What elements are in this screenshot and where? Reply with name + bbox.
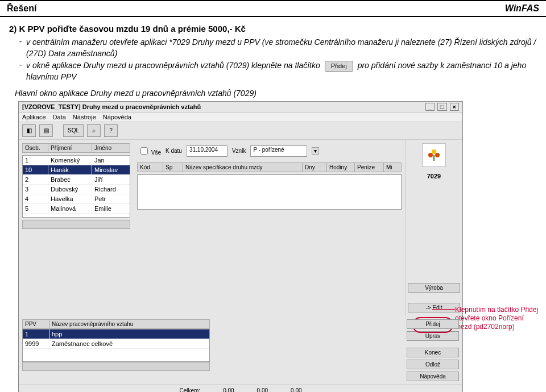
table-row: 2BrabecJiří — [23, 175, 130, 185]
menubar[interactable]: Aplikace Data Nástroje Nápověda — [19, 112, 462, 122]
employees-grid[interactable]: 1KomenskýJan 10HanákMiroslav 2BrabecJiří… — [22, 155, 130, 218]
col-ppv: PPV — [23, 320, 49, 328]
filter-vse-checkbox[interactable] — [140, 147, 148, 155]
menu-data[interactable]: Data — [53, 114, 66, 120]
col-kod: Kód — [138, 163, 163, 172]
toolbar: ◧ ▤ SQL ⌕ ? — [19, 122, 462, 140]
footer-bar: Celkem: 0,00 0,00 0,00 — [19, 385, 462, 392]
uprav-button[interactable]: Uprav — [407, 331, 459, 341]
svg-point-2 — [435, 153, 440, 157]
filter-vznik-select[interactable]: P - pořízené — [250, 145, 307, 157]
col-sp: Sp — [163, 163, 183, 172]
titlebar: [VZOROVE_TESTY] Druhy mezd u pracovněprá… — [19, 102, 462, 112]
spec-pane: Vše K datu 31.10.2004 Vznik P - pořízené… — [134, 140, 405, 316]
napoveda-button[interactable]: Nápověda — [407, 372, 459, 381]
filter-row: Vše K datu 31.10.2004 Vznik P - pořízené… — [137, 143, 402, 159]
col-ppv-name: Název pracovněprávního vztahu — [49, 320, 209, 328]
table-row: 9999Zaměstnanec celkově — [23, 339, 209, 349]
right-pane: 7029 Výroba -> Edit — [405, 140, 462, 316]
bullet-dash: - — [15, 37, 26, 46]
col-jmeno: Jméno — [92, 144, 130, 152]
col-mi: Mi — [384, 163, 401, 172]
menu-nastroje[interactable]: Nástroje — [73, 114, 96, 120]
header-left: Řešení — [7, 3, 36, 14]
section-heading: 2) K PPV pořiďte časovou mzdu 19 dnů a p… — [9, 24, 537, 34]
dropdown-arrow-icon[interactable]: ▾ — [312, 147, 319, 155]
footer-v2: 0,00 — [257, 387, 268, 392]
konec-button[interactable]: Konec — [407, 348, 459, 357]
ppv-left: PPV Název pracovněprávního vztahu 1hpp 9… — [22, 319, 210, 381]
pridej-button[interactable]: Přidej — [407, 319, 459, 329]
edit-button[interactable]: -> Edit — [408, 303, 460, 312]
callout-text: Klepnutím na tlačítko Přidej otevřete ok… — [455, 306, 540, 331]
col-nazev: Název specifikace druhu mzdy — [183, 163, 303, 172]
window-title: [VZOROVE_TESTY] Druhy mezd u pracovněprá… — [22, 103, 201, 110]
table-row-selected: 10HanákMiroslav — [23, 165, 130, 175]
callout-line — [432, 309, 455, 310]
col-dny: Dny — [303, 163, 327, 172]
bullet-dash: - — [15, 60, 26, 69]
table-row: 4HavelkaPetr — [23, 194, 130, 204]
ppv-hscroll[interactable] — [22, 362, 210, 371]
work-area: Osob. Příjmení Jméno 1KomenskýJan 10Haná… — [19, 140, 462, 316]
ppv-buttons: Přidej Uprav Konec Odlož Nápověda — [407, 319, 459, 381]
menu-napoveda[interactable]: Nápověda — [103, 114, 131, 120]
pridej-inline-button[interactable]: Přidej — [325, 61, 353, 72]
employees-pane: Osob. Příjmení Jméno 1KomenskýJan 10Haná… — [19, 140, 134, 316]
footer-v1: 0,00 — [223, 387, 234, 392]
menu-aplikace[interactable]: Aplikace — [22, 114, 46, 120]
header-bar: Řešení WinFAS — [0, 0, 546, 17]
filter-vznik-label: Vznik — [232, 148, 246, 154]
code-label: 7029 — [408, 173, 460, 180]
footer-celkem: Celkem: — [179, 387, 200, 392]
maximize-icon[interactable]: □ — [437, 103, 447, 111]
close-icon[interactable]: × — [450, 103, 459, 111]
ppv-section: PPV Název pracovněprávního vztahu 1hpp 9… — [19, 316, 462, 385]
toolbar-sql-button[interactable]: SQL — [63, 124, 84, 137]
bullet-text-1: v centrálním manažeru otevřete aplikaci … — [26, 37, 537, 59]
employees-hscroll[interactable] — [22, 220, 130, 229]
bullet-text-2: v okně aplikace Druhy mezd u pracovněprá… — [26, 60, 537, 83]
filter-kdatu-input[interactable]: 31.10.2004 — [187, 145, 228, 157]
table-row: 5MalinováEmilie — [23, 204, 130, 214]
employees-header: Osob. Příjmení Jméno — [22, 143, 130, 153]
app-window: [VZOROVE_TESTY] Druhy mezd u pracovněprá… — [18, 101, 463, 392]
table-row: 3DubovskýRichard — [23, 185, 130, 194]
flower-icon — [422, 143, 446, 167]
svg-rect-3 — [433, 155, 435, 161]
svg-point-0 — [432, 149, 436, 154]
svg-point-1 — [428, 153, 433, 157]
col-prijmeni: Příjmení — [48, 144, 92, 152]
col-penize: Peníze — [355, 163, 384, 172]
bullet-list: - v centrálním manažeru otevřete aplikac… — [15, 37, 537, 83]
toolbar-btn-2[interactable]: ▤ — [39, 124, 53, 137]
ppv-columns: PPV Název pracovněprávního vztahu — [22, 319, 210, 329]
minimize-icon[interactable]: _ — [425, 103, 435, 111]
spec-header: Kód Sp Název specifikace druhu mzdy Dny … — [137, 162, 402, 172]
toolbar-btn-4[interactable]: ? — [104, 124, 118, 137]
filter-kdatu-label: K datu — [166, 148, 182, 154]
odloz-button[interactable]: Odlož — [407, 360, 459, 369]
spec-grid[interactable] — [137, 174, 402, 210]
filter-vse[interactable]: Vše — [138, 145, 161, 156]
toolbar-btn-1[interactable]: ◧ — [22, 124, 36, 137]
footer-v3: 0,00 — [291, 387, 301, 392]
window-controls: _ □ × — [424, 103, 459, 110]
brand: WinFAS — [505, 3, 539, 14]
col-hodiny: Hodiny — [327, 163, 355, 172]
ppv-grid[interactable]: 1hpp 9999Zaměstnanec celkově — [22, 329, 210, 362]
table-row: 1KomenskýJan — [23, 156, 130, 165]
col-osob: Osob. — [23, 144, 48, 152]
subheading: Hlavní okno aplikace Druhy mezd u pracov… — [15, 89, 537, 98]
table-row-selected: 1hpp — [23, 330, 209, 339]
vyroba-button[interactable]: Výroba — [408, 283, 460, 293]
bullet-text-2a: v okně aplikace Druhy mezd u pracovněprá… — [26, 61, 320, 70]
toolbar-btn-3[interactable]: ⌕ — [87, 124, 101, 137]
